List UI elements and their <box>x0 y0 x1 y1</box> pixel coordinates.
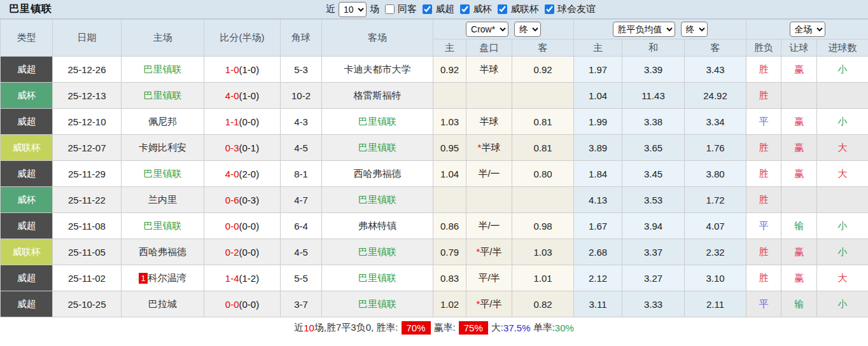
line-changed-star: * <box>478 142 482 153</box>
odds-home-cell: 3.11 <box>574 291 622 317</box>
goals-result-cell: 小 <box>817 213 868 239</box>
handicap-result-cell: 赢 <box>781 161 817 187</box>
handicap-company-select[interactable]: Crow* <box>466 22 508 37</box>
ah-home-odds-cell: 0.79 <box>433 239 466 265</box>
odds-draw-cell: 3.27 <box>622 265 685 291</box>
odds-stage-select[interactable]: 终 <box>681 22 708 37</box>
odds-draw-cell: 11.43 <box>622 83 685 109</box>
ah-away-odds-cell: 0.82 <box>512 291 574 317</box>
odds-away-cell: 1.76 <box>685 135 746 161</box>
goals-result-cell: 小 <box>817 291 868 317</box>
odds-draw-cell: 3.45 <box>622 161 685 187</box>
fulltime-score: 0-3 <box>225 142 239 153</box>
fulltime-score: 1-4 <box>225 273 239 284</box>
odds-home-cell: 2.12 <box>574 265 622 291</box>
ah-line-cell: 平/半 <box>466 265 512 291</box>
halftime-score: (1-0) <box>239 90 260 101</box>
odds-home-cell: 1.97 <box>574 57 622 83</box>
odds-away-cell: 3.10 <box>685 265 746 291</box>
type-badge-cell: 威杯 <box>1 187 53 213</box>
league-checkbox-球会友谊[interactable] <box>545 4 554 14</box>
handicap-stage-select[interactable]: 终 <box>514 22 541 37</box>
match-row: 威超25-11-08巴里镇联0-0(0-0)6-4弗林特镇0.86半/一0.98… <box>1 213 868 239</box>
halftime-score: (0-0) <box>239 299 260 310</box>
handicap-group-header: Crow* 终 <box>433 20 574 39</box>
goals-result-cell <box>817 83 868 109</box>
match-history-panel: 巴里镇联 近 10 场 同客 威超威杯威联杯球会友谊 类型 日期 主场 比分(半… <box>0 0 868 346</box>
ah-away-odds-cell: 0.81 <box>512 109 574 135</box>
rate-badge: 75% <box>459 321 488 335</box>
league-checkbox-label: 球会友谊 <box>557 3 596 15</box>
handicap-result-cell <box>781 187 817 213</box>
corners-cell: 3-7 <box>281 291 322 317</box>
halftime-score: (0-3) <box>239 195 260 205</box>
result-cell: 胜 <box>746 83 781 109</box>
near-count-select[interactable]: 10 <box>339 2 367 17</box>
goals-result-cell: 小 <box>817 57 868 83</box>
ah-home-odds-cell <box>433 83 466 109</box>
date-cell: 25-10-25 <box>53 291 122 317</box>
away-team-cell: 巴里镇联 <box>322 187 433 213</box>
league-checkbox-威杯[interactable] <box>460 4 470 14</box>
odds-draw-cell: 3.38 <box>622 109 685 135</box>
corners-cell: 4-3 <box>281 109 322 135</box>
page-title: 巴里镇联 <box>0 3 52 16</box>
match-row: 威超25-10-25巴拉城0-0(0-0)3-7巴里镇联1.02*平/半0.82… <box>1 291 868 317</box>
subheader-result: 胜负 <box>746 39 781 57</box>
rate-badge: 70% <box>402 321 431 335</box>
odds-away-cell: 24.92 <box>685 83 746 109</box>
odds-draw-cell: 3.94 <box>622 213 685 239</box>
result-cell: 胜 <box>746 161 781 187</box>
away-team-cell: 巴里镇联 <box>322 109 433 135</box>
odds-away-cell: 3.80 <box>685 161 746 187</box>
ah-line-cell: *半球 <box>466 135 512 161</box>
odds-away-cell: 2.32 <box>685 239 746 265</box>
home-team-cell: 西哈弗福德 <box>122 239 204 265</box>
away-team-cell: 卡迪夫都市大学 <box>322 57 433 83</box>
home-rank-badge: 1 <box>139 273 147 284</box>
corners-cell: 5-3 <box>281 57 322 83</box>
scope-select[interactable]: 全场 <box>790 22 825 37</box>
away-team-cell: 巴里镇联 <box>322 135 433 161</box>
ah-away-odds-cell: 0.92 <box>512 57 574 83</box>
odds-company-select[interactable]: 胜平负均值 <box>613 22 675 37</box>
league-checkbox-威超[interactable] <box>423 4 432 14</box>
league-checkbox-label: 威联杯 <box>510 3 539 15</box>
odds-away-cell: 4.07 <box>685 213 746 239</box>
handicap-result-cell: 赢 <box>781 57 817 83</box>
away-team-cell: 西哈弗福德 <box>322 161 433 187</box>
summary-text: 场,胜7平3负0, 胜率: <box>314 322 398 334</box>
same-opponent-label: 同客 <box>398 3 417 15</box>
fulltime-score: 4-0 <box>225 169 239 179</box>
goals-result-cell: 小 <box>817 239 868 265</box>
date-cell: 25-12-10 <box>53 109 122 135</box>
match-row: 威杯25-12-13巴里镇联4-0(1-0)10-2格雷斯福特1.0411.43… <box>1 83 868 109</box>
home-team-cell: 巴拉城 <box>122 291 204 317</box>
date-cell: 25-12-13 <box>53 83 122 109</box>
filter-controls: 近 10 场 同客 威超威杯威联杯球会友谊 <box>324 2 598 17</box>
league-checkbox-label: 威超 <box>435 3 454 15</box>
odds-group-header: 胜平负均值 终 <box>574 20 746 39</box>
halftime-score: (2-0) <box>239 169 260 179</box>
ah-away-odds-cell: 0.98 <box>512 213 574 239</box>
odds-away-cell: 3.34 <box>685 109 746 135</box>
handicap-result-cell: 赢 <box>781 109 817 135</box>
corners-cell: 4-5 <box>281 135 322 161</box>
ah-line-cell: *平/半 <box>466 291 512 317</box>
score-cell: 4-0(2-0) <box>204 161 281 187</box>
score-cell: 1-0(1-0) <box>204 57 281 83</box>
summary-text: 近 <box>294 322 304 334</box>
type-badge-cell: 威联杯 <box>1 135 53 161</box>
subheader-ah-home: 主 <box>433 39 466 57</box>
same-opponent-checkbox[interactable] <box>385 4 395 14</box>
col-header-corners: 角球 <box>281 20 322 57</box>
result-cell: 胜 <box>746 57 781 83</box>
odds-home-cell: 1.84 <box>574 161 622 187</box>
fulltime-score: 0-2 <box>225 247 239 258</box>
home-team-cell: 巴里镇联 <box>122 83 204 109</box>
ah-home-odds-cell <box>433 187 466 213</box>
league-checkbox-威联杯[interactable] <box>498 4 507 14</box>
col-header-away: 客场 <box>322 20 433 57</box>
date-cell: 25-12-07 <box>53 135 122 161</box>
summary-text: 30% <box>555 322 574 333</box>
